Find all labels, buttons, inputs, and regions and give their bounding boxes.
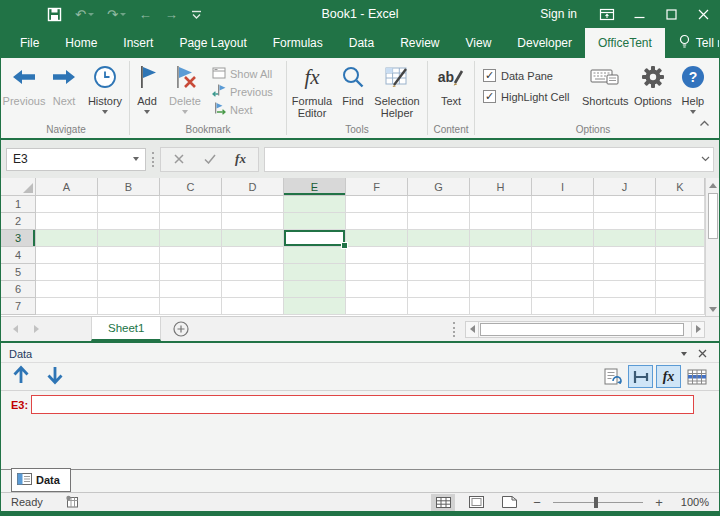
cell-K5[interactable] xyxy=(656,264,705,281)
undo-icon[interactable]: ↶ xyxy=(75,8,94,21)
redo-icon[interactable]: ↷ xyxy=(107,8,126,21)
structure-view-icon[interactable] xyxy=(628,365,653,388)
name-box-dropdown-icon[interactable] xyxy=(127,149,145,170)
column-header-H[interactable]: H xyxy=(470,178,532,196)
next-button[interactable]: Next xyxy=(45,61,83,107)
tab-review[interactable]: Review xyxy=(387,28,452,58)
cell-D7[interactable] xyxy=(222,298,284,315)
cell-F1[interactable] xyxy=(346,196,408,213)
name-box[interactable] xyxy=(6,148,146,171)
insert-function-icon[interactable]: fx xyxy=(225,148,256,171)
cell-C3[interactable] xyxy=(160,230,222,247)
cell-G4[interactable] xyxy=(408,247,470,264)
add-bookmark-button[interactable]: Add xyxy=(130,61,164,114)
sign-in-button[interactable]: Sign in xyxy=(526,7,591,21)
cell-A7[interactable] xyxy=(36,298,98,315)
cell-G2[interactable] xyxy=(408,213,470,230)
formula-editor-button[interactable]: fx Formula Editor xyxy=(287,61,337,119)
cell-A1[interactable] xyxy=(36,196,98,213)
vertical-scrollbar[interactable] xyxy=(705,178,719,316)
zoom-in-icon[interactable]: + xyxy=(652,495,666,510)
cell-E2[interactable] xyxy=(284,213,346,230)
cell-G7[interactable] xyxy=(408,298,470,315)
vertical-scroll-thumb[interactable] xyxy=(708,193,718,239)
expand-formula-bar-icon[interactable] xyxy=(697,156,713,162)
formula-bar-splitter[interactable] xyxy=(152,152,154,167)
move-up-icon[interactable] xyxy=(11,365,31,389)
cell-H1[interactable] xyxy=(470,196,532,213)
enter-icon[interactable] xyxy=(194,148,225,171)
column-header-D[interactable]: D xyxy=(222,178,284,196)
cell-J3[interactable] xyxy=(594,230,656,247)
cell-I1[interactable] xyxy=(532,196,594,213)
options-button[interactable]: Options xyxy=(631,61,675,107)
show-all-button[interactable]: Show All xyxy=(212,66,273,81)
cell-F5[interactable] xyxy=(346,264,408,281)
zoom-slider-thumb[interactable] xyxy=(594,497,598,508)
cell-C5[interactable] xyxy=(160,264,222,281)
cell-B5[interactable] xyxy=(98,264,160,281)
cell-E3[interactable] xyxy=(284,230,346,247)
cell-K4[interactable] xyxy=(656,247,705,264)
tab-view[interactable]: View xyxy=(453,28,505,58)
cell-H2[interactable] xyxy=(470,213,532,230)
cell-B4[interactable] xyxy=(98,247,160,264)
cell-A2[interactable] xyxy=(36,213,98,230)
normal-view-icon[interactable] xyxy=(431,494,455,511)
cell-A4[interactable] xyxy=(36,247,98,264)
column-header-K[interactable]: K xyxy=(656,178,705,196)
cell-I5[interactable] xyxy=(532,264,594,281)
page-layout-view-icon[interactable] xyxy=(464,494,488,511)
previous-button[interactable]: Previous xyxy=(3,61,45,107)
cell-I7[interactable] xyxy=(532,298,594,315)
cell-A5[interactable] xyxy=(36,264,98,281)
tab-insert[interactable]: Insert xyxy=(110,28,166,58)
row-header-6[interactable]: 6 xyxy=(1,281,36,298)
previous-bookmark-button[interactable]: Previous xyxy=(212,84,273,99)
cell-B1[interactable] xyxy=(98,196,160,213)
tab-file[interactable]: File xyxy=(7,28,52,58)
scroll-right-icon[interactable] xyxy=(691,321,705,338)
column-header-F[interactable]: F xyxy=(346,178,408,196)
cell-I2[interactable] xyxy=(532,213,594,230)
column-header-B[interactable]: B xyxy=(98,178,160,196)
tab-officetent[interactable]: OfficeTent xyxy=(585,28,665,58)
cell-J6[interactable] xyxy=(594,281,656,298)
cell-B2[interactable] xyxy=(98,213,160,230)
collapse-ribbon-icon[interactable] xyxy=(699,113,710,131)
record-macro-icon[interactable] xyxy=(65,495,79,510)
scroll-up-icon[interactable] xyxy=(706,178,719,192)
scroll-down-icon[interactable] xyxy=(706,302,719,316)
zoom-level[interactable]: 100% xyxy=(675,496,709,508)
row-header-1[interactable]: 1 xyxy=(1,196,36,213)
cell-B7[interactable] xyxy=(98,298,160,315)
formula-input[interactable] xyxy=(265,152,697,166)
cell-F4[interactable] xyxy=(346,247,408,264)
cell-H6[interactable] xyxy=(470,281,532,298)
row-header-2[interactable]: 2 xyxy=(1,213,36,230)
cell-E4[interactable] xyxy=(284,247,346,264)
column-header-A[interactable]: A xyxy=(36,178,98,196)
cell-F3[interactable] xyxy=(346,230,408,247)
forward-icon[interactable]: → xyxy=(165,8,178,21)
scroll-left-icon[interactable] xyxy=(465,321,479,338)
next-bookmark-button[interactable]: Next xyxy=(212,102,273,117)
move-down-icon[interactable] xyxy=(45,365,65,389)
pane-close-icon[interactable] xyxy=(693,349,711,358)
highlight-cell-checkbox[interactable]: HighLight Cell xyxy=(483,89,569,104)
column-header-J[interactable]: J xyxy=(594,178,656,196)
page-break-view-icon[interactable] xyxy=(497,494,521,511)
cell-A6[interactable] xyxy=(36,281,98,298)
column-header-G[interactable]: G xyxy=(408,178,470,196)
cell-D6[interactable] xyxy=(222,281,284,298)
cell-H3[interactable] xyxy=(470,230,532,247)
cell-D5[interactable] xyxy=(222,264,284,281)
tab-page-layout[interactable]: Page Layout xyxy=(166,28,259,58)
cell-G5[interactable] xyxy=(408,264,470,281)
sheet-tab-sheet1[interactable]: Sheet1 xyxy=(91,317,161,341)
select-all-corner[interactable] xyxy=(1,178,36,196)
history-button[interactable]: History xyxy=(83,61,127,114)
row-header-3[interactable]: 3 xyxy=(1,230,36,247)
cell-B6[interactable] xyxy=(98,281,160,298)
pane-options-caret-icon[interactable] xyxy=(675,352,693,356)
